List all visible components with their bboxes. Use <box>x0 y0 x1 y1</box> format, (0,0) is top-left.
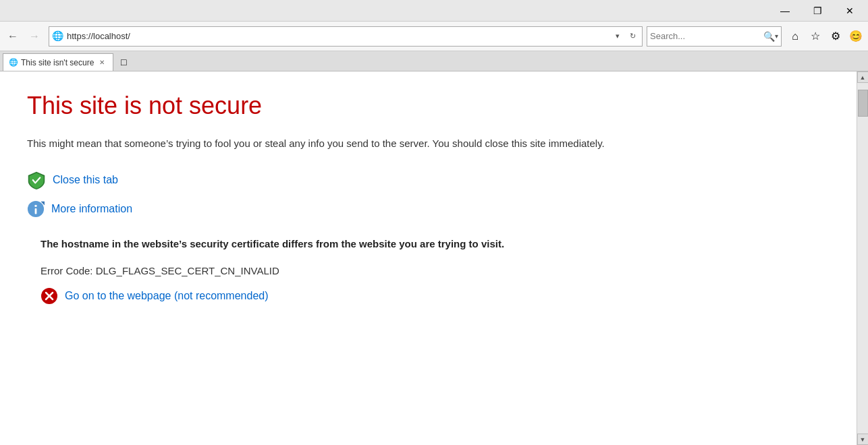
favorites-button[interactable]: ☆ <box>806 27 825 46</box>
back-button[interactable]: ← <box>3 26 23 47</box>
close-tab-link-row: Close this tab <box>27 171 830 189</box>
close-tab-link[interactable]: Close this tab <box>53 174 118 186</box>
svg-rect-2 <box>35 208 37 214</box>
shield-green-icon <box>27 171 46 189</box>
forward-button[interactable]: → <box>24 26 45 47</box>
more-info-link[interactable]: More information <box>51 203 132 215</box>
address-bar-buttons: ▾ ↻ <box>611 30 639 43</box>
restore-button[interactable]: ❐ <box>802 1 833 20</box>
info-icon <box>27 200 45 218</box>
error-description: This might mean that someone’s trying to… <box>27 136 715 152</box>
go-on-link-row: Go on to the webpage (not recommended) <box>40 287 830 305</box>
search-dropdown-button[interactable]: ▾ <box>775 30 778 43</box>
refresh-button[interactable]: ↻ <box>626 30 639 43</box>
danger-icon <box>40 287 58 305</box>
svg-point-1 <box>34 204 36 206</box>
error-code: Error Code: DLG_FLAGS_SEC_CERT_CN_INVALI… <box>40 265 830 276</box>
scrollbar: ▲ ▼ <box>857 71 868 445</box>
scroll-thumb[interactable] <box>858 90 868 117</box>
search-bar: 🔍 ▾ <box>647 26 782 47</box>
scroll-down-arrow[interactable]: ▼ <box>857 434 869 445</box>
ie-icon: 🌐 <box>52 30 64 42</box>
search-button[interactable]: 🔍 <box>763 30 775 43</box>
settings-button[interactable]: ⚙ <box>826 27 845 46</box>
address-dropdown-button[interactable]: ▾ <box>611 30 624 43</box>
scroll-up-arrow[interactable]: ▲ <box>857 71 869 83</box>
minimize-button[interactable]: — <box>769 1 801 20</box>
main-content: This site is not secure This might mean … <box>0 71 857 445</box>
error-title: This site is not secure <box>27 92 830 120</box>
navigation-bar: ← → 🌐 ▾ ↻ 🔍 ▾ ⌂ ☆ ⚙ 😊 <box>0 22 868 51</box>
title-bar: — ❐ ✕ <box>0 0 868 22</box>
go-on-link[interactable]: Go on to the webpage (not recommended) <box>65 290 269 302</box>
home-button[interactable]: ⌂ <box>786 27 805 46</box>
new-tab-button[interactable]: □ <box>115 53 132 71</box>
tab-close-button[interactable]: ✕ <box>97 57 107 68</box>
address-input[interactable] <box>67 31 611 41</box>
tab-bar: 🌐 This site isn't secure ✕ □ <box>0 51 868 71</box>
search-input[interactable] <box>650 31 763 41</box>
scroll-track[interactable] <box>857 83 868 434</box>
tab-label: This site isn't secure <box>21 58 94 67</box>
toolbar-right: ⌂ ☆ ⚙ 😊 <box>786 27 865 46</box>
content-wrapper: This site is not secure This might mean … <box>0 71 868 445</box>
warning-block: The hostname in the website’s security c… <box>40 237 715 252</box>
more-info-link-row: More information <box>27 200 830 218</box>
address-bar: 🌐 ▾ ↻ <box>49 26 643 47</box>
smiley-button[interactable]: 😊 <box>846 27 865 46</box>
tab-favicon: 🌐 <box>9 58 18 67</box>
warning-text: The hostname in the website’s security c… <box>40 237 715 252</box>
close-button[interactable]: ✕ <box>834 1 865 20</box>
active-tab[interactable]: 🌐 This site isn't secure ✕ <box>3 53 113 71</box>
